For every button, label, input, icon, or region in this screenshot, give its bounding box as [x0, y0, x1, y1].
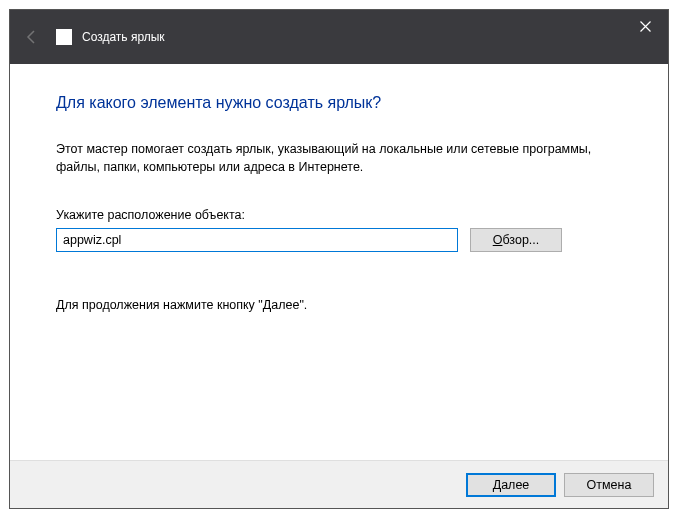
page-heading: Для какого элемента нужно создать ярлык? — [56, 94, 622, 112]
location-label: Укажите расположение объекта: — [56, 208, 622, 222]
window-title: Создать ярлык — [82, 30, 165, 44]
browse-mnemonic: О — [493, 233, 503, 247]
location-input[interactable] — [56, 228, 458, 252]
next-button[interactable]: Далее — [466, 473, 556, 497]
content-area: Для какого элемента нужно создать ярлык?… — [10, 64, 668, 312]
wizard-window: Создать ярлык Для какого элемента нужно … — [9, 9, 669, 509]
close-icon — [640, 21, 651, 32]
continue-instruction: Для продолжения нажмите кнопку "Далее". — [56, 298, 622, 312]
browse-button[interactable]: Обзор... — [470, 228, 562, 252]
next-mnemonic: Д — [493, 478, 501, 492]
description-text: Этот мастер помогает создать ярлык, указ… — [56, 140, 622, 176]
app-icon — [56, 29, 72, 45]
browse-label-rest: бзор... — [502, 233, 539, 247]
footer-bar: Далее Отмена — [10, 460, 668, 508]
next-label-rest: алее — [501, 478, 529, 492]
cancel-button[interactable]: Отмена — [564, 473, 654, 497]
location-row: Обзор... — [56, 228, 622, 252]
close-button[interactable] — [622, 10, 668, 42]
back-arrow-icon — [24, 29, 40, 45]
titlebar: Создать ярлык — [10, 10, 668, 64]
back-button[interactable] — [18, 23, 46, 51]
